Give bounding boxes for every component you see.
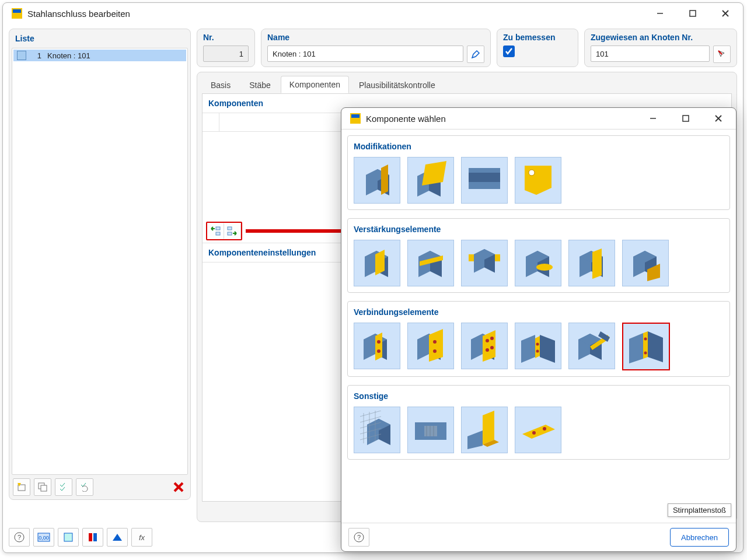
units-button[interactable]: 0,00 <box>33 528 54 547</box>
thumb-reinf-5[interactable] <box>568 240 615 286</box>
thumb-reinf-4[interactable] <box>515 240 561 286</box>
close-button[interactable] <box>717 5 734 22</box>
dialog-close-button[interactable] <box>710 110 727 127</box>
nr-input[interactable]: 1 <box>203 46 249 62</box>
maximize-button[interactable] <box>685 5 701 22</box>
name-input[interactable]: Knoten : 101 <box>267 46 463 62</box>
assigned-input[interactable]: 101 <box>591 46 710 62</box>
svg-rect-26 <box>64 533 72 541</box>
dialog-titlebar: Komponente wählen <box>341 108 736 130</box>
thumb-reinf-2[interactable] <box>407 240 454 286</box>
tab-basis[interactable]: Basis <box>202 76 239 93</box>
list-header: Liste <box>9 29 190 48</box>
svg-marker-37 <box>381 164 388 195</box>
svg-rect-6 <box>13 9 21 13</box>
copy-item-button[interactable] <box>34 478 51 496</box>
svg-rect-20 <box>228 227 232 230</box>
thumb-conn-1[interactable] <box>354 323 400 369</box>
edit-name-button[interactable] <box>467 46 484 63</box>
minimize-button[interactable] <box>652 5 668 22</box>
svg-line-73 <box>360 411 381 416</box>
thumb-other-4[interactable] <box>515 407 561 453</box>
svg-marker-89 <box>522 425 555 439</box>
svg-marker-41 <box>469 168 500 173</box>
design-checkbox[interactable] <box>503 46 515 57</box>
thumb-reinf-1[interactable] <box>354 240 400 286</box>
svg-point-65 <box>536 350 539 353</box>
list-row-number: 1 <box>30 51 41 60</box>
cancel-button[interactable]: Abbrechen <box>670 528 729 547</box>
svg-point-43 <box>529 170 535 176</box>
field-name: Name Knoten : 101 <box>261 29 491 67</box>
thumb-mod-4[interactable] <box>515 157 561 204</box>
svg-point-91 <box>543 427 546 430</box>
new-item-button[interactable] <box>13 478 30 496</box>
svg-point-90 <box>532 431 536 435</box>
formula-button[interactable]: fx <box>131 528 152 547</box>
svg-marker-63 <box>540 335 555 363</box>
thumb-conn-3[interactable] <box>461 323 508 369</box>
svg-point-52 <box>377 349 381 353</box>
svg-marker-39 <box>469 182 500 189</box>
dialog-maximize-button[interactable] <box>678 110 694 127</box>
thumb-other-1[interactable] <box>354 407 400 453</box>
thumb-reinf-6[interactable] <box>622 240 669 286</box>
thumb-mod-1[interactable] <box>354 157 400 204</box>
insert-before-button[interactable] <box>207 223 224 239</box>
field-nr: Nr. 1 <box>197 29 255 67</box>
thumb-conn-end-plate-splice[interactable] <box>622 323 670 370</box>
list-row[interactable]: 1 Knoten : 101 <box>13 50 186 61</box>
list-row-label: Knoten : 101 <box>47 51 90 60</box>
main-titlebar: Stahlanschluss bearbeiten <box>3 3 743 24</box>
svg-rect-34 <box>683 116 689 121</box>
dialog-minimize-button[interactable] <box>645 110 661 127</box>
svg-point-59 <box>486 348 489 352</box>
thumb-mod-3[interactable] <box>461 157 508 204</box>
field-design: Zu bemessen <box>497 29 578 67</box>
thumb-conn-2[interactable] <box>407 323 454 369</box>
svg-point-55 <box>433 349 437 353</box>
tab-plausibilitaet[interactable]: Plausibilitätskontrolle <box>350 76 444 93</box>
svg-rect-18 <box>216 227 220 230</box>
dialog-help-button[interactable]: ? <box>348 528 369 547</box>
thumb-reinf-3[interactable] <box>461 240 508 286</box>
svg-marker-40 <box>469 173 500 182</box>
svg-marker-86 <box>467 430 483 449</box>
list-body[interactable]: 1 Knoten : 101 <box>12 48 188 475</box>
help-button[interactable]: ? <box>9 528 30 547</box>
pick-node-button[interactable] <box>713 46 731 63</box>
svg-rect-8 <box>690 10 696 16</box>
thumb-other-3[interactable] <box>461 407 508 453</box>
svg-point-47 <box>536 264 553 271</box>
svg-point-51 <box>377 340 381 344</box>
svg-marker-50 <box>375 332 382 360</box>
reset-checks-button[interactable] <box>76 478 93 496</box>
svg-text:0,00: 0,00 <box>39 535 49 541</box>
tab-komponenten[interactable]: Komponenten <box>281 76 349 93</box>
delete-button[interactable] <box>170 479 187 495</box>
svg-marker-29 <box>113 534 122 541</box>
color-button[interactable] <box>58 528 79 547</box>
check-all-button[interactable] <box>55 478 72 496</box>
svg-text:?: ? <box>18 534 21 541</box>
thumb-tooltip: Stirnplattenstoß <box>668 503 731 517</box>
svg-marker-70 <box>648 331 663 362</box>
thumb-mod-2[interactable] <box>407 157 454 204</box>
dialog-title: Komponente wählen <box>366 114 645 124</box>
thumb-conn-4[interactable] <box>515 323 561 369</box>
svg-marker-48 <box>592 249 602 279</box>
insert-component-buttons <box>206 222 242 240</box>
view-button[interactable] <box>107 528 128 547</box>
svg-rect-32 <box>351 114 359 118</box>
svg-point-58 <box>490 337 494 340</box>
thumb-other-2[interactable] <box>407 407 454 453</box>
insert-after-button[interactable] <box>224 223 241 239</box>
svg-marker-38 <box>422 161 446 186</box>
window-title: Stahlanschluss bearbeiten <box>27 9 652 19</box>
svg-marker-61 <box>521 335 535 363</box>
display-settings-button[interactable] <box>82 528 103 547</box>
svg-point-60 <box>490 346 494 349</box>
select-component-dialog: Komponente wählen Modifikationen Verstär… <box>341 107 736 552</box>
tab-staebe[interactable]: Stäbe <box>240 76 280 93</box>
thumb-conn-5[interactable] <box>568 323 615 369</box>
